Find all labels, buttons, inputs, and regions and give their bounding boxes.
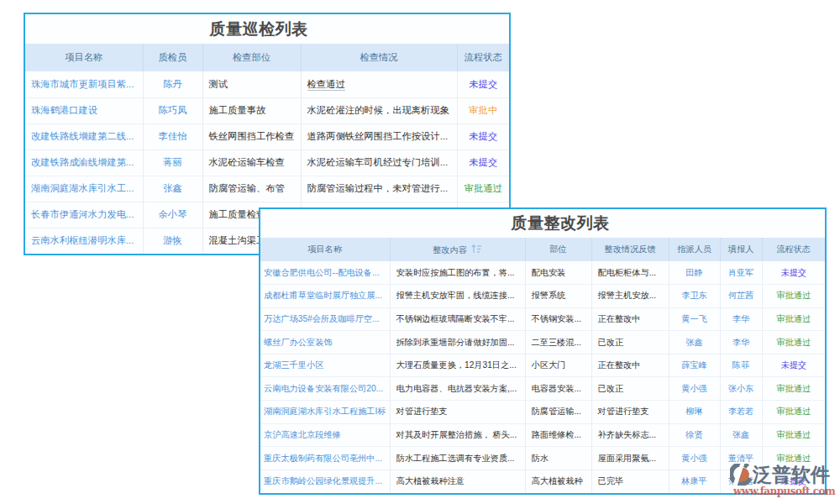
workflow-status: 未提交 — [762, 261, 825, 285]
column-header-4[interactable]: 整改情况反馈 — [591, 238, 669, 261]
inspection-situation: 防腐管运输过程中，未对管进行... — [301, 176, 457, 202]
reporter-name[interactable]: 肖亚军 — [720, 261, 762, 285]
inspection-row: 珠海鹤港口建设陈巧凤施工质量事故水泥砼灌注的时候，出现离析现象审批中 — [25, 97, 509, 123]
column-header-label: 整改情况反馈 — [604, 244, 655, 254]
project-name-link[interactable]: 云南电力设备安装有限公司20... — [260, 377, 390, 401]
workflow-status: 审批通过 — [762, 285, 825, 308]
project-name-link[interactable]: 重庆市鹅岭公园绿化景观提升... — [260, 470, 390, 493]
rectify-table-body: 安徽合肥供电公司--配电设备...安装时应按施工图的布置，将...配电安装配电柜… — [260, 261, 825, 493]
sort-icon[interactable] — [471, 244, 482, 254]
rectify-row: 螺丝厂办公室装饰拆除到承重墙部分请做好加固...二至三楼混...已改正张鑫李华审… — [260, 331, 825, 354]
reporter-name[interactable]: 陈菲 — [720, 354, 762, 377]
reporter-name[interactable]: 李华 — [720, 331, 762, 354]
project-name-link[interactable]: 长春市伊通河水力发电... — [25, 202, 143, 228]
column-header-6[interactable]: 填报人 — [720, 238, 762, 261]
inspection-row: 湖南洞庭湖水库引水工...张鑫防腐管运输、布管防腐管运输过程中，未对管进行...… — [25, 176, 509, 202]
workflow-status: 审批中 — [457, 97, 509, 123]
column-header-label: 项目名称 — [65, 52, 102, 62]
rectify-feedback: 正在整改中 — [591, 307, 669, 331]
assignee-name[interactable]: 田静 — [669, 261, 720, 285]
reporter-name[interactable]: 张鑫 — [720, 423, 762, 447]
fanpu-logo-icon — [730, 464, 752, 486]
inspector-name[interactable]: 张鑫 — [143, 176, 202, 202]
rectify-table-title: 质量整改列表 — [296, 209, 825, 238]
workflow-status: 审批通过 — [762, 307, 825, 331]
column-header-4[interactable]: 检查情况 — [301, 44, 457, 71]
project-name-link[interactable]: 珠海鹤港口建设 — [25, 97, 143, 123]
column-header-1[interactable]: 项目名称 — [25, 44, 143, 71]
project-name-link[interactable]: 湖南洞庭湖水库引水工程施工I标 — [260, 401, 390, 424]
inspector-name[interactable]: 游恢 — [143, 228, 202, 254]
project-name-link[interactable]: 成都杜甫草堂临时展厅独立展... — [260, 285, 390, 308]
assignee-name[interactable]: 张鑫 — [669, 331, 720, 354]
project-name-link[interactable]: 安徽合肥供电公司--配电设备... — [260, 261, 390, 285]
reporter-name[interactable]: 张小东 — [720, 377, 762, 401]
project-name-link[interactable]: 螺丝厂办公室装饰 — [260, 331, 390, 354]
column-header-3[interactable]: 部位 — [525, 238, 591, 261]
rectify-content: 报警主机安放牢固，线缆连接... — [390, 285, 525, 308]
inspection-part: 施工质量事故 — [202, 97, 301, 123]
assignee-name[interactable]: 薛宝峰 — [669, 354, 720, 377]
rectify-feedback: 屋面采用聚氨... — [591, 447, 669, 470]
inspector-name[interactable]: 余小琴 — [143, 202, 202, 228]
project-name-link[interactable]: 京沪高速北京段维修 — [260, 423, 390, 447]
rectify-feedback: 已改正 — [591, 377, 669, 401]
column-header-2[interactable]: 质检员 — [143, 44, 202, 71]
rectify-content: 安装时应按施工图的布置，将... — [390, 261, 525, 285]
project-name-link[interactable]: 龙湖三千里小区 — [260, 354, 390, 377]
column-header-label: 流程状态 — [776, 244, 811, 254]
inspection-row: 改建铁路线增建第二线...李佳怡铁丝网围挡工作检查道路两侧铁丝网围挡工作按设计.… — [25, 123, 509, 150]
rectify-row: 京沪高速北京段维修对其及时开展整治措施， 桥头...路面维修检...补齐缺失标志… — [260, 423, 825, 447]
rectify-part: 报警系统 — [525, 285, 591, 308]
project-name-link[interactable]: 云南水利枢纽潜明水库... — [25, 228, 143, 254]
reporter-name[interactable]: 何芷茜 — [720, 285, 762, 308]
rectify-row: 成都杜甫草堂临时展厅独立展...报警主机安放牢固，线缆连接...报警系统报警主机… — [260, 285, 825, 308]
rectify-part: 路面维修检... — [525, 423, 591, 447]
rectify-content: 对管进行垫支 — [390, 401, 525, 424]
inspector-name[interactable]: 陈丹 — [143, 71, 202, 97]
column-header-5[interactable]: 指派人员 — [669, 238, 720, 261]
rectify-row: 云南电力设备安装有限公司20...电力电容器、电抗器安装方案,...电容器安装.… — [260, 377, 825, 401]
column-header-3[interactable]: 检查部位 — [202, 44, 301, 71]
rectify-feedback: 已改正 — [591, 331, 669, 354]
rectify-part: 防腐管运输... — [525, 401, 591, 424]
rectify-row: 万达广场35#会所及咖啡厅空...不锈钢边框玻璃隔断安装不牢...不锈钢安装..… — [260, 307, 825, 331]
column-header-label: 部位 — [549, 244, 566, 254]
inspector-name[interactable]: 蒋丽 — [143, 150, 202, 176]
project-name-link[interactable]: 改建铁路线增建第二线... — [25, 123, 143, 150]
rectify-part: 防水 — [525, 447, 591, 470]
project-name-link[interactable]: 万达广场35#会所及咖啡厅空... — [260, 307, 390, 331]
assignee-name[interactable]: 黄小强 — [669, 447, 720, 470]
column-header-5[interactable]: 流程状态 — [457, 44, 509, 71]
column-header-label: 项目名称 — [307, 244, 342, 254]
reporter-name[interactable]: 李若若 — [720, 401, 762, 424]
assignee-name[interactable]: 黄小强 — [669, 377, 720, 401]
assignee-name[interactable]: 林康平 — [669, 470, 720, 493]
rectify-feedback: 配电柜柜体与... — [591, 261, 669, 285]
assignee-name[interactable]: 黄一飞 — [669, 307, 720, 331]
inspector-name[interactable]: 陈巧凤 — [143, 97, 202, 123]
situation-text: 检查通过 — [307, 79, 345, 91]
project-name-link[interactable]: 湖南洞庭湖水库引水工... — [25, 176, 143, 202]
inspection-part: 水泥砼运输车检查 — [202, 150, 301, 176]
workflow-status: 未提交 — [457, 71, 509, 97]
column-header-1[interactable]: 项目名称 — [260, 238, 390, 261]
column-header-7[interactable]: 流程状态 — [762, 238, 825, 261]
workflow-status: 未提交 — [762, 354, 825, 377]
rectify-part: 不锈钢安装... — [525, 307, 591, 331]
rectify-content: 大理石质量更换，12月31日之... — [390, 354, 525, 377]
column-header-2[interactable]: 整改内容 — [390, 238, 525, 261]
project-name-link[interactable]: 重庆太极制药有限公司亳州中... — [260, 447, 390, 470]
fanpu-url-text: www.fanpusoft.com — [733, 486, 840, 497]
assignee-name[interactable]: 李卫东 — [669, 285, 720, 308]
assignee-name[interactable]: 徐贤 — [669, 423, 720, 447]
project-name-link[interactable]: 改建铁路成渝线增建第... — [25, 150, 143, 176]
assignee-name[interactable]: 柳琳 — [669, 401, 720, 424]
inspection-situation: 水泥砼灌注的时候，出现离析现象 — [301, 97, 457, 123]
inspector-name[interactable]: 李佳怡 — [143, 123, 202, 150]
reporter-name[interactable]: 李华 — [720, 307, 762, 331]
project-name-link[interactable]: 珠海市城市更新项目紫... — [25, 71, 143, 97]
rectify-part: 二至三楼混... — [525, 331, 591, 354]
rectify-row: 龙湖三千里小区大理石质量更换，12月31日之...小区大门正在整改中薛宝峰陈菲未… — [260, 354, 825, 377]
rectify-feedback: 补齐缺失标志... — [591, 423, 669, 447]
